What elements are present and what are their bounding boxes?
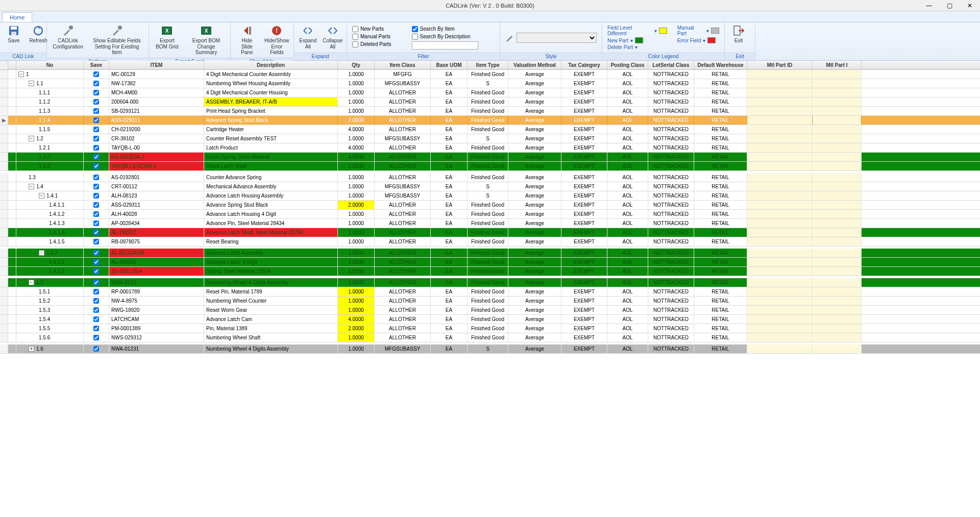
table-row[interactable]: 1.4.1.2ALH-40028Advance Latch Housing 4 … [0, 210, 980, 219]
table-row[interactable]: 1.2.1TAYQB-L-00Latch Product4.0000ALLOTH… [0, 143, 980, 153]
col-uom[interactable]: Base UOM [431, 61, 468, 69]
table-row[interactable]: 1.2.3TAYQB-LS-62384-1Reset Latch Shaft1.… [0, 162, 980, 171]
hide-slide-pane-button[interactable]: Hide Slide Pane [234, 23, 260, 57]
col-post[interactable]: Posting Class [607, 61, 648, 69]
table-row[interactable]: 1.5.5PM-0001389Pin, Material 13892.0000A… [0, 324, 980, 333]
cell-save[interactable] [84, 173, 109, 182]
cell-save[interactable] [84, 134, 109, 143]
close-button[interactable]: ✕ [960, 0, 980, 11]
cell-save[interactable] [84, 219, 109, 228]
col-wh[interactable]: Default Warehouse [694, 61, 747, 69]
cell-save[interactable] [84, 210, 109, 218]
table-row[interactable]: 1.4.1.3AP-0028434Advance Pin, Steel Mate… [0, 219, 980, 228]
cell-save[interactable] [84, 306, 109, 314]
table-row[interactable]: 1.5.4LATCHCAMAdvance Latch Cam4.0000ALLO… [0, 315, 980, 324]
expand-all-button[interactable]: Expand All [297, 23, 319, 51]
cell-save[interactable] [84, 107, 109, 115]
cell-save[interactable] [84, 344, 109, 353]
table-row[interactable]: 1.2.2RS-0019234-1Reset Spring, Steel Mat… [0, 153, 980, 162]
cell-save[interactable] [84, 315, 109, 324]
table-row[interactable]: 1.5.6NWS-029312Numbering Wheel Shaft1.00… [0, 333, 980, 342]
cell-save[interactable] [84, 116, 109, 125]
table-row[interactable]: −1.1NW-17382Numbering Wheel Housing Asse… [0, 79, 980, 88]
col-type[interactable]: Item Type [468, 61, 508, 69]
table-row[interactable]: −1.4.2AL-00132ASMAdvance Latch Assembly1… [0, 249, 980, 258]
cell-save[interactable] [84, 153, 109, 161]
table-row[interactable]: −1MC-001294 Digit Mechanical Counter Ass… [0, 70, 980, 79]
col-class[interactable]: Item Class [375, 61, 431, 69]
cell-save[interactable] [84, 258, 109, 266]
legend-manual-part[interactable]: Manual Part [677, 25, 704, 36]
table-row[interactable]: 1.3AS-0192801Counter Advance Spring1.000… [0, 173, 980, 182]
save-button[interactable]: Save [3, 23, 24, 45]
col-val[interactable]: Valuation Method [508, 61, 561, 69]
cell-save[interactable] [84, 162, 109, 170]
col-no[interactable]: No [16, 61, 84, 69]
cell-save[interactable] [84, 333, 109, 342]
table-row[interactable]: 1.4.2.2SS-00012834Spring, Steel Material… [0, 267, 980, 276]
table-row[interactable]: 1.4.2.1AL-400291Advance Latch, 4 Digit1.… [0, 258, 980, 267]
manual-parts-checkbox[interactable]: Manual Parts [352, 34, 391, 40]
cell-save[interactable] [84, 201, 109, 209]
maximize-button[interactable]: ▢ [939, 0, 960, 11]
cell-save[interactable] [84, 228, 109, 237]
cell-save[interactable] [84, 88, 109, 97]
legend-new-part[interactable]: New Part [607, 38, 628, 43]
search-by-item-checkbox[interactable]: Search By Item [412, 26, 478, 32]
table-row[interactable]: 1.1.3SB-0293121Print Head Spring Bracket… [0, 107, 980, 116]
cell-save[interactable] [84, 267, 109, 276]
legend-field-diff[interactable]: Field Level Different [607, 25, 652, 36]
collapse-all-button[interactable]: Collapse All [322, 23, 344, 51]
table-row[interactable]: 1.1.5CH-0219200Cartridge Heater4.0000ALL… [0, 125, 980, 134]
export-bom-change-button[interactable]: X Export BOM Change Summary [185, 23, 227, 57]
table-row[interactable]: −1.5NWA-0123Numbering Wheel 4 Digits Ass… [0, 278, 980, 287]
cell-save[interactable] [84, 191, 109, 200]
table-row[interactable]: +1.6NWA-01231Numbering Wheel 4 Digits As… [0, 344, 980, 354]
cell-save[interactable] [84, 70, 109, 79]
export-bom-grid-button[interactable]: X Export BOM Grid [152, 23, 182, 51]
col-mtl1[interactable]: Mtl Part ID [747, 61, 813, 69]
cell-save[interactable] [84, 125, 109, 134]
tab-home[interactable]: Home [2, 12, 32, 22]
col-tax[interactable]: Tax Category [561, 61, 607, 69]
cell-save[interactable] [84, 278, 109, 287]
new-parts-checkbox[interactable]: New Parts [352, 26, 391, 32]
cell-save[interactable] [84, 237, 109, 246]
table-row[interactable]: −1.2CR-39102Counter Reset Assembly TEST1… [0, 134, 980, 143]
cell-save[interactable] [84, 79, 109, 88]
table-row[interactable]: 1.5.1RP-0001789Reset Pin, Material 17891… [0, 287, 980, 297]
minimize-button[interactable]: — [919, 0, 939, 11]
cell-save[interactable] [84, 324, 109, 333]
show-editable-fields-button[interactable]: Show Editable Fields Setting For Existin… [89, 23, 145, 57]
deleted-parts-checkbox[interactable]: Deleted Parts [352, 41, 391, 47]
exit-button[interactable]: Exit [728, 23, 749, 45]
legend-delete-part[interactable]: Delete Part [607, 44, 633, 50]
table-row[interactable]: 1.1.2200604-000ASSEMBLY, BREAKER, IT-A/B… [0, 97, 980, 107]
table-row[interactable]: −1.4.1ALH-08123Advance Latch Housing Ass… [0, 191, 980, 201]
col-qty[interactable]: Qty [338, 61, 375, 69]
table-row[interactable]: 1.4.1.5RB-0978075Reset Bearing1.0000ALLO… [0, 237, 980, 247]
table-row[interactable]: 1.4.1.4AL-192312Advance Latch Shaft, Ste… [0, 228, 980, 237]
search-by-desc-checkbox[interactable]: Search By Description [412, 34, 478, 40]
hide-show-error-button[interactable]: ! Hide/Show Error Fields [263, 23, 290, 57]
cell-save[interactable] [84, 97, 109, 106]
col-save[interactable]: Save [84, 61, 109, 69]
col-mtl2[interactable]: Mtl Part I [813, 61, 862, 69]
style-select[interactable] [517, 33, 597, 43]
refresh-button[interactable]: Refresh [28, 23, 49, 45]
table-row[interactable]: 1.1.1MCH-4M004 Digit Mechanical Counter … [0, 88, 980, 97]
table-row[interactable]: 1.5.3RWG-18920Reset Worm Gear1.0000ALLOT… [0, 306, 980, 315]
col-lot[interactable]: LotSerial Class [648, 61, 694, 69]
table-row[interactable]: ▶1.1.4ASS-029311Advance Spring Stud Blac… [0, 116, 980, 125]
legend-error-field[interactable]: Error Field [677, 38, 701, 43]
cell-save[interactable] [84, 143, 109, 152]
table-row[interactable]: 1.5.2NW-4-8975Numbering Wheel Counter1.0… [0, 297, 980, 306]
cell-save[interactable] [84, 287, 109, 296]
col-desc[interactable]: Description [204, 61, 338, 69]
cell-save[interactable] [84, 249, 109, 257]
cell-save[interactable] [84, 297, 109, 305]
table-row[interactable]: −1.4CRT-00112Mechanical Advance Assembly… [0, 182, 980, 191]
cell-save[interactable] [84, 182, 109, 191]
cadlink-config-button[interactable]: CADLink Configuration [50, 23, 86, 51]
table-row[interactable]: 1.4.1.1ASS-029311Advance Spring Stud Bla… [0, 201, 980, 210]
